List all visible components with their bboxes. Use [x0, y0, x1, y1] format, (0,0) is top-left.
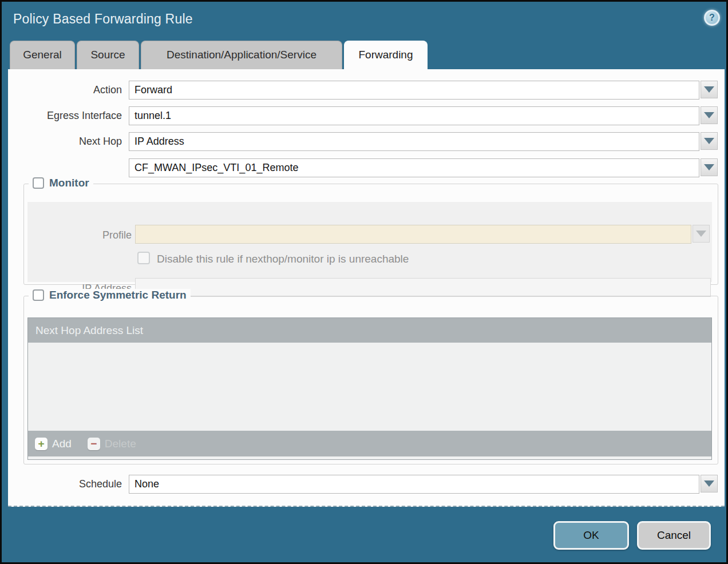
- chevron-down-icon: [696, 231, 706, 237]
- dialog-title: Policy Based Forwarding Rule: [13, 11, 193, 27]
- chevron-down-icon: [704, 480, 714, 487]
- next-hop-address-dropdown-button[interactable]: [701, 158, 718, 176]
- symmetric-return-checkbox[interactable]: [33, 289, 44, 301]
- action-select[interactable]: Forward: [129, 81, 699, 100]
- symmetric-return-legend-label: Enforce Symmetric Return: [49, 289, 187, 301]
- next-hop-address-select[interactable]: CF_MWAN_IPsec_VTI_01_Remote: [129, 158, 699, 177]
- policy-based-forwarding-dialog: Policy Based Forwarding Rule ? General S…: [0, 0, 728, 564]
- monitor-panel: Profile Disable this rule if nexthop/mon…: [27, 202, 712, 282]
- delete-button: − Delete: [88, 438, 136, 450]
- ok-button[interactable]: OK: [553, 521, 629, 550]
- monitor-checkbox[interactable]: [33, 177, 44, 189]
- chevron-down-icon: [704, 86, 714, 93]
- tab-bar: General Source Destination/Application/S…: [10, 41, 428, 70]
- tab-destination-application-service[interactable]: Destination/Application/Service: [141, 41, 342, 69]
- chevron-down-icon: [704, 112, 714, 118]
- profile-select: [135, 225, 691, 244]
- action-label: Action: [8, 84, 122, 96]
- next-hop-address-list-toolbar: + Add − Delete: [28, 431, 711, 456]
- next-hop-address-list-body[interactable]: [28, 343, 711, 431]
- symmetric-return-legend: Enforce Symmetric Return: [29, 289, 191, 301]
- add-button[interactable]: + Add: [35, 438, 72, 450]
- add-button-label: Add: [52, 438, 72, 450]
- table-bottom-strip: [28, 456, 711, 459]
- tab-forwarding[interactable]: Forwarding: [344, 41, 428, 70]
- next-hop-address-list-header: Next Hop Address List: [28, 318, 711, 343]
- monitor-ip-address-input: [135, 278, 711, 297]
- monitor-legend-label: Monitor: [49, 177, 89, 189]
- monitor-legend: Monitor: [29, 177, 93, 189]
- action-dropdown-button[interactable]: [701, 81, 718, 98]
- schedule-dropdown-button[interactable]: [701, 475, 718, 492]
- symmetric-return-section: Enforce Symmetric Return Next Hop Addres…: [23, 296, 718, 464]
- cancel-button[interactable]: Cancel: [637, 521, 711, 550]
- delete-button-label: Delete: [105, 438, 136, 450]
- schedule-select[interactable]: None: [129, 475, 699, 494]
- chevron-down-icon: [704, 138, 714, 144]
- egress-interface-label: Egress Interface: [8, 110, 122, 122]
- disable-rule-checkbox: [137, 252, 150, 264]
- help-icon[interactable]: ?: [704, 10, 720, 26]
- next-hop-type-select[interactable]: IP Address: [129, 132, 699, 151]
- minus-icon: −: [88, 438, 100, 450]
- tab-general[interactable]: General: [10, 41, 75, 69]
- tab-source[interactable]: Source: [77, 41, 139, 69]
- plus-icon: +: [35, 438, 48, 450]
- chevron-down-icon: [704, 164, 714, 170]
- disable-rule-label: Disable this rule if nexthop/monitor ip …: [157, 253, 409, 265]
- profile-label: Profile: [27, 229, 132, 241]
- next-hop-label: Next Hop: [8, 136, 122, 148]
- next-hop-address-list-table: Next Hop Address List + Add − Delete: [27, 317, 712, 460]
- egress-interface-dropdown-button[interactable]: [701, 106, 718, 124]
- profile-dropdown-button: [693, 225, 710, 243]
- schedule-label: Schedule: [8, 478, 122, 490]
- next-hop-dropdown-button[interactable]: [701, 132, 718, 150]
- monitor-section: Monitor Profile Disable this rule if nex…: [23, 184, 718, 285]
- egress-interface-select[interactable]: tunnel.1: [129, 106, 699, 125]
- forwarding-tab-panel: Action Forward Egress Interface tunnel.1…: [8, 69, 725, 507]
